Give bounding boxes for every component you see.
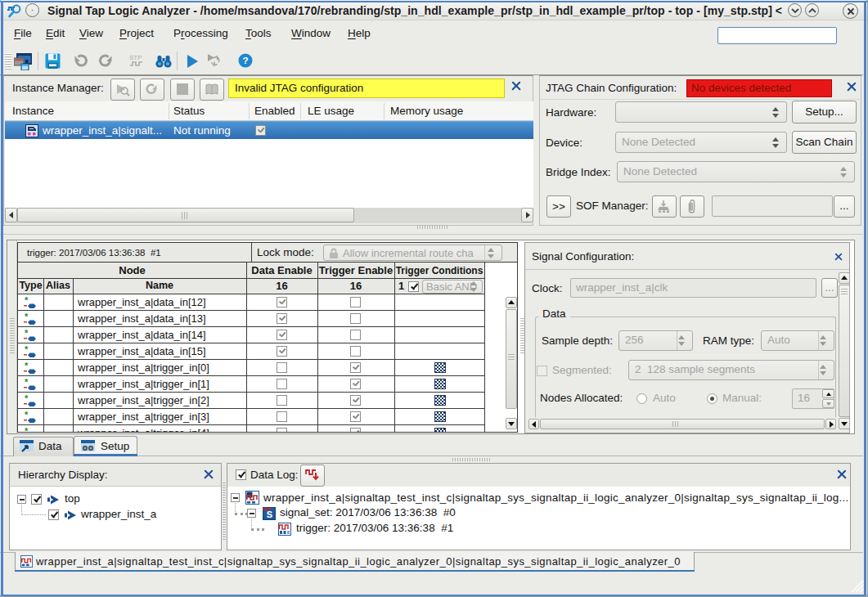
svg-text:*: *: [25, 361, 29, 370]
svg-text:*: *: [25, 427, 29, 433]
svg-text:*: *: [25, 345, 29, 354]
svg-text:?: ?: [242, 55, 248, 65]
svg-text:*: *: [25, 394, 29, 403]
svg-text:STP: STP: [129, 54, 142, 61]
svg-text:*: *: [25, 378, 29, 387]
svg-text:*: *: [25, 329, 29, 338]
svg-text:*: *: [25, 312, 29, 321]
svg-text:*: *: [25, 296, 29, 305]
svg-text:*: *: [25, 411, 29, 420]
svg-text:S: S: [267, 509, 272, 519]
